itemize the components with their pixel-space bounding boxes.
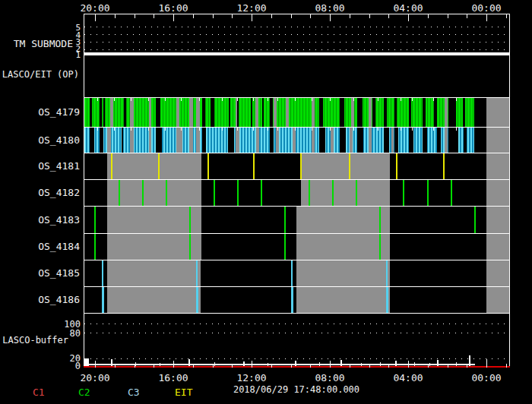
buffer-usage-spike <box>395 361 397 366</box>
os-row-black-gap <box>409 98 411 127</box>
os-row-image-marker <box>148 128 149 131</box>
os-row-gray-gap <box>176 98 179 127</box>
os-row-scheduled-block <box>296 234 390 260</box>
os-row-gray-gap <box>149 98 151 127</box>
os-row-gray-gap <box>312 98 315 127</box>
os-row-gray-gap <box>189 98 193 127</box>
buffer-usage-spike <box>469 355 470 366</box>
os-row-event-line <box>284 207 286 233</box>
os-row-label: OS_4185 <box>0 267 80 279</box>
os-row-black-gap <box>156 98 160 127</box>
os-row-black-gap <box>384 128 389 153</box>
buffer-ytick-label: 80 <box>62 329 81 338</box>
os-row-event-line <box>253 153 255 179</box>
os-row-image-marker <box>433 98 434 101</box>
os-row-black-gap <box>448 98 456 127</box>
os-row-black-gap <box>384 98 387 127</box>
os-row-gray-gap <box>176 128 182 153</box>
os-row-event-line <box>189 207 191 233</box>
os-row-black-gap <box>463 98 465 127</box>
os-row-black-gap <box>124 98 126 127</box>
top-axis-major-tick <box>95 14 96 21</box>
os-row-gray-gap <box>391 128 394 153</box>
bottom-axis-minor-tick <box>350 364 350 368</box>
os-row-image-marker <box>97 128 98 131</box>
os-row-scheduled-block <box>107 234 201 260</box>
bottom-axis-minor-tick <box>271 364 272 368</box>
buffer-usage-spike <box>111 359 112 366</box>
os-row-image-marker <box>456 98 457 101</box>
os-row-black-gap <box>319 98 323 127</box>
os-row-image-marker <box>114 128 115 131</box>
os-row-event-line <box>189 234 191 260</box>
bottom-axis-minor-tick <box>213 364 214 368</box>
lasco-eit-op-row-label: LASCO/EIT (OP) <box>0 69 79 80</box>
os-row-event-line <box>94 234 96 260</box>
os-row-no-data-block <box>486 234 509 260</box>
os-row-event-line <box>261 180 262 206</box>
os-row-black-gap <box>448 128 458 153</box>
top-axis-minor-tick <box>310 14 311 18</box>
buffer-dotted-gridline <box>84 333 508 333</box>
os-row-event-line <box>158 153 160 179</box>
os-row-event-line <box>111 153 112 179</box>
os-row-gray-gap <box>256 128 259 153</box>
os-row-black-gap <box>423 98 426 127</box>
os-row-image-marker <box>199 98 200 101</box>
top-axis-minor-tick <box>213 14 214 18</box>
os-row-scheduled-block <box>107 260 201 286</box>
os-row-image-marker <box>199 128 200 131</box>
os-row-event-line <box>196 287 198 313</box>
tm-submode-dotted-gridline <box>84 27 508 27</box>
os-row-black-gap <box>357 128 363 153</box>
tm-submode-dotted-gridline <box>84 49 508 50</box>
tm-submode-dotted-gridline <box>84 42 508 43</box>
os-row-gray-gap <box>312 128 315 153</box>
buffer-usage-spike <box>340 360 342 366</box>
os-row-black-gap <box>270 128 274 153</box>
os-row-image-marker <box>277 98 278 101</box>
os-row-event-line <box>291 260 293 286</box>
os-row-gray-gap <box>130 98 134 127</box>
os-row-event-line <box>427 180 429 206</box>
os-row-image-marker <box>412 98 413 101</box>
top-axis-tick-label: 16:00 <box>150 2 196 14</box>
bottom-axis-major-tick <box>95 361 96 368</box>
os-row-gray-gap <box>351 98 354 127</box>
os-row-image-marker <box>131 98 131 101</box>
bottom-axis-major-tick <box>408 361 409 368</box>
os-row-scheduled-block <box>107 180 201 206</box>
legend-item-c2: C2 <box>78 387 90 398</box>
os-row-black-gap <box>270 98 273 127</box>
os-row-event-line <box>379 207 381 233</box>
os-row-black-gap <box>228 128 234 153</box>
os-row-event-line <box>291 287 293 313</box>
os-row-no-data-block <box>486 207 509 233</box>
top-axis-tick-label: 00:00 <box>464 2 509 14</box>
os-row-event-line <box>284 234 286 260</box>
top-axis-minor-tick <box>193 14 194 18</box>
buffer-usage-spike <box>160 363 160 366</box>
os-row-scheduled-block <box>296 260 390 286</box>
os-row-no-data-block <box>486 180 509 206</box>
plot-right-border <box>509 14 510 368</box>
os-row-image-marker <box>378 128 378 131</box>
os-row-gray-gap <box>255 98 258 127</box>
top-axis-minor-tick <box>428 14 429 18</box>
tm-submode-dotted-gridline <box>84 34 508 35</box>
bottom-axis-major-tick <box>486 361 487 368</box>
os-row-label: OS_4184 <box>0 241 80 252</box>
os-row-black-gap <box>262 98 264 127</box>
os-row-image-marker <box>222 128 223 131</box>
os-row-no-data-block <box>486 128 509 153</box>
os-row-black-gap <box>340 128 346 153</box>
os-row-gray-gap <box>445 128 448 153</box>
os-row-image-marker <box>330 128 331 131</box>
lasco-buffer-row-label: LASCO-buffer <box>0 335 68 346</box>
buffer-dotted-gridline <box>84 324 508 324</box>
os-row-image-marker <box>181 128 182 131</box>
buffer-usage-spike <box>319 362 320 366</box>
buffer-dotted-gridline <box>84 358 508 359</box>
bottom-axis-tick-label: 16:00 <box>150 372 196 383</box>
top-axis-minor-tick <box>350 14 350 18</box>
